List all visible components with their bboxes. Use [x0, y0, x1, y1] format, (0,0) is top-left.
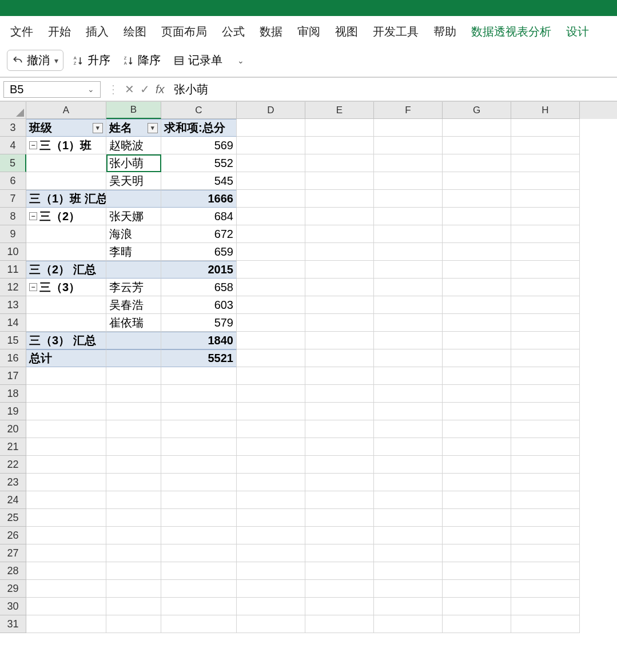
cell[interactable]: 658 — [161, 279, 237, 296]
cell[interactable] — [443, 296, 511, 314]
cell[interactable] — [106, 349, 161, 367]
row-header[interactable]: 3 — [0, 119, 26, 137]
cell[interactable] — [305, 154, 374, 172]
row-header[interactable]: 20 — [0, 420, 26, 438]
column-header[interactable]: C — [161, 102, 237, 119]
cell[interactable] — [106, 403, 161, 420]
cell[interactable] — [237, 190, 305, 208]
cell[interactable] — [106, 332, 161, 349]
toolbar-overflow-icon[interactable]: ⌄ — [237, 56, 244, 65]
cell[interactable] — [26, 225, 106, 243]
cell[interactable] — [106, 527, 161, 544]
cell[interactable] — [443, 527, 511, 544]
row-header[interactable]: 23 — [0, 474, 26, 491]
cell[interactable]: −三（2） — [26, 208, 106, 225]
cell[interactable] — [443, 172, 511, 190]
cell[interactable] — [161, 385, 237, 403]
row-header[interactable]: 8 — [0, 208, 26, 225]
cell[interactable] — [106, 615, 161, 633]
cell[interactable]: 海浪 — [106, 225, 161, 243]
undo-button[interactable]: 撤消 ▾ — [7, 50, 63, 71]
cell[interactable] — [374, 509, 443, 527]
cell[interactable] — [237, 580, 305, 598]
cell[interactable]: 2015 — [161, 261, 237, 279]
cell[interactable] — [374, 296, 443, 314]
cell[interactable] — [106, 261, 161, 279]
cell[interactable] — [106, 474, 161, 491]
chevron-down-icon[interactable]: ▾ — [54, 56, 58, 65]
column-header[interactable]: D — [237, 102, 305, 119]
cell[interactable] — [374, 367, 443, 385]
ribbon-tab[interactable]: 设计 — [564, 21, 591, 43]
cell[interactable] — [26, 314, 106, 332]
cell[interactable]: 李云芳 — [106, 279, 161, 296]
cell[interactable] — [305, 279, 374, 296]
cell[interactable] — [374, 314, 443, 332]
cell[interactable] — [26, 385, 106, 403]
column-header[interactable]: G — [443, 102, 511, 119]
cell[interactable] — [161, 562, 237, 580]
cell[interactable] — [374, 527, 443, 544]
cell[interactable] — [374, 598, 443, 615]
cell[interactable] — [237, 438, 305, 456]
ribbon-tab[interactable]: 审阅 — [295, 21, 323, 43]
row-header[interactable]: 29 — [0, 580, 26, 598]
cell[interactable] — [511, 225, 580, 243]
cell[interactable] — [237, 615, 305, 633]
cell[interactable] — [237, 349, 305, 367]
cell[interactable] — [161, 527, 237, 544]
cell[interactable] — [161, 509, 237, 527]
cell[interactable] — [161, 598, 237, 615]
cell[interactable] — [374, 261, 443, 279]
filter-icon[interactable]: ▾ — [93, 123, 103, 133]
cell[interactable] — [305, 598, 374, 615]
sort-asc-button[interactable]: AZ 升序 — [69, 50, 114, 70]
cell[interactable] — [443, 598, 511, 615]
column-header[interactable]: B — [106, 102, 161, 119]
name-box[interactable]: B5 ⌄ — [3, 81, 101, 98]
cell[interactable] — [237, 225, 305, 243]
cell[interactable] — [443, 544, 511, 562]
cell[interactable]: 张天娜 — [106, 208, 161, 225]
cell[interactable] — [511, 385, 580, 403]
cell[interactable] — [26, 420, 106, 438]
cell[interactable] — [511, 349, 580, 367]
cell[interactable] — [305, 527, 374, 544]
row-header[interactable]: 16 — [0, 349, 26, 367]
cell[interactable] — [106, 456, 161, 474]
row-header[interactable]: 18 — [0, 385, 26, 403]
cell[interactable] — [161, 491, 237, 509]
ribbon-tab[interactable]: 插入 — [83, 21, 111, 43]
cell[interactable] — [443, 420, 511, 438]
cell[interactable] — [106, 438, 161, 456]
cell[interactable] — [237, 562, 305, 580]
collapse-icon[interactable]: − — [29, 141, 37, 149]
cell[interactable]: 1840 — [161, 332, 237, 349]
cell[interactable] — [511, 137, 580, 154]
cell[interactable] — [511, 208, 580, 225]
cell[interactable] — [305, 190, 374, 208]
cell[interactable] — [443, 456, 511, 474]
cell[interactable] — [443, 332, 511, 349]
cell[interactable] — [106, 562, 161, 580]
cell[interactable]: 总计 — [26, 349, 106, 367]
ribbon-tab[interactable]: 数据透视表分析 — [469, 21, 554, 43]
filter-icon[interactable]: ▾ — [148, 123, 158, 133]
cell[interactable] — [305, 491, 374, 509]
cell[interactable] — [237, 296, 305, 314]
cell[interactable] — [237, 367, 305, 385]
cell[interactable]: 赵晓波 — [106, 137, 161, 154]
cell[interactable] — [443, 438, 511, 456]
cell[interactable] — [237, 119, 305, 137]
cell[interactable] — [443, 615, 511, 633]
cell[interactable] — [374, 544, 443, 562]
cell[interactable] — [26, 456, 106, 474]
cell[interactable] — [511, 474, 580, 491]
cell[interactable] — [26, 615, 106, 633]
cell[interactable]: 579 — [161, 314, 237, 332]
cell[interactable]: 552 — [161, 154, 237, 172]
cell[interactable] — [374, 137, 443, 154]
cell[interactable] — [443, 314, 511, 332]
row-header[interactable]: 6 — [0, 172, 26, 190]
cell[interactable] — [374, 403, 443, 420]
